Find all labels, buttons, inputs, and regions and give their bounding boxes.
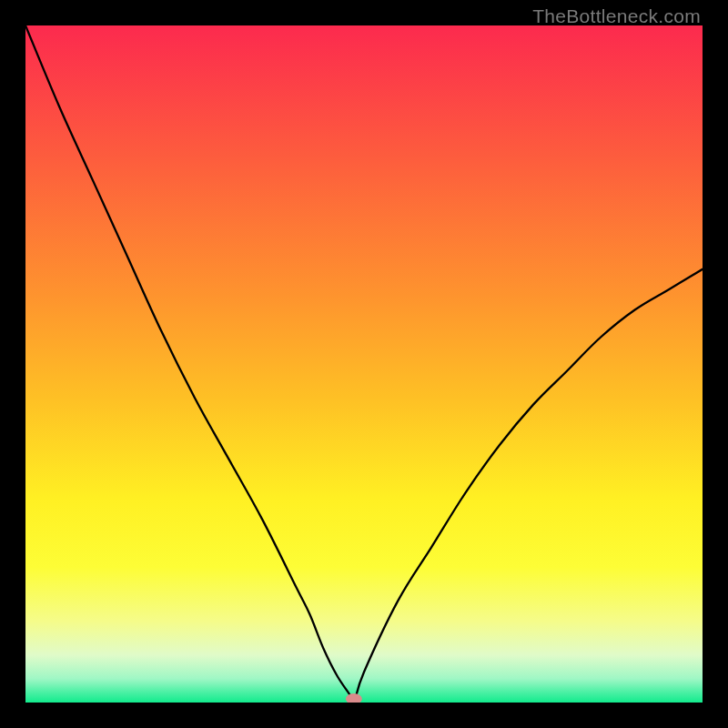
chart-frame: TheBottleneck.com xyxy=(0,0,728,728)
chart-svg xyxy=(25,25,703,703)
plot-area xyxy=(25,25,703,703)
watermark-text: TheBottleneck.com xyxy=(532,5,701,27)
gradient-background xyxy=(25,25,703,703)
